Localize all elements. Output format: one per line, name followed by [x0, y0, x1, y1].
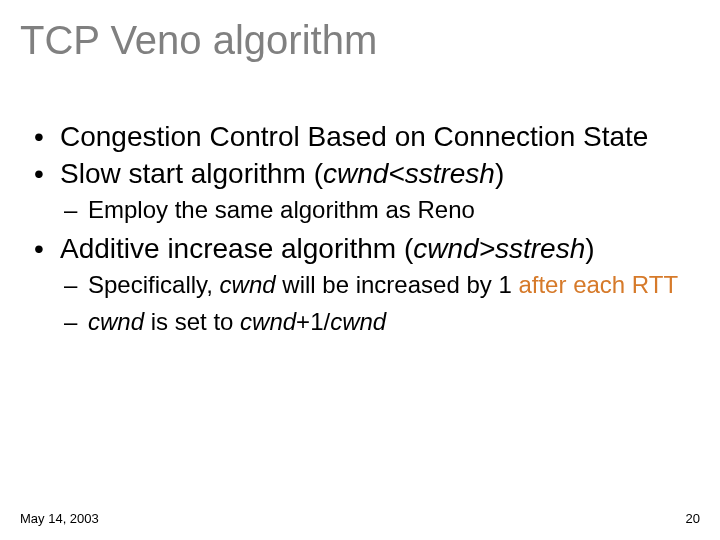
bullet-text-post: ) — [495, 158, 504, 189]
bullet-congestion-control: Congestion Control Based on Connection S… — [32, 120, 688, 153]
bullet-text: Congestion Control Based on Connection S… — [60, 121, 648, 152]
subbullet-var3: cwnd — [330, 308, 386, 335]
subbullet-cwnd-formula: cwnd is set to cwnd+1/cwnd — [32, 308, 688, 336]
subbullet-var2: cwnd — [240, 308, 296, 335]
bullet-additive-increase: Additive increase algorithm (cwnd>sstres… — [32, 232, 688, 265]
bullet-text-post: ) — [585, 233, 594, 264]
subbullet-text-orange: after each RTT — [518, 271, 678, 298]
bullet-slow-start: Slow start algorithm (cwnd<sstresh) — [32, 157, 688, 190]
subbullet-text: Employ the same algorithm as Reno — [88, 196, 475, 223]
bullet-text-pre: Additive increase algorithm ( — [60, 233, 413, 264]
subbullet-text-var: cwnd — [220, 271, 276, 298]
footer-date: May 14, 2003 — [20, 511, 99, 526]
footer-page-number: 20 — [686, 511, 700, 526]
subbullet-c: +1/ — [296, 308, 330, 335]
subbullet-b: is set to — [144, 308, 240, 335]
subbullet-text-b: will be increased by 1 — [276, 271, 519, 298]
subbullet-increase-by-1: Specifically, cwnd will be increased by … — [32, 271, 688, 299]
subbullet-text-a: Specifically, — [88, 271, 220, 298]
slide-body: Congestion Control Based on Connection S… — [32, 120, 688, 344]
subbullet-var1: cwnd — [88, 308, 144, 335]
bullet-text-var: cwnd>sstresh — [413, 233, 585, 264]
subbullet-employ-reno: Employ the same algorithm as Reno — [32, 196, 688, 224]
slide: TCP Veno algorithm Congestion Control Ba… — [0, 0, 720, 540]
bullet-text-pre: Slow start algorithm ( — [60, 158, 323, 189]
bullet-text-var: cwnd<sstresh — [323, 158, 495, 189]
slide-title: TCP Veno algorithm — [20, 18, 377, 63]
